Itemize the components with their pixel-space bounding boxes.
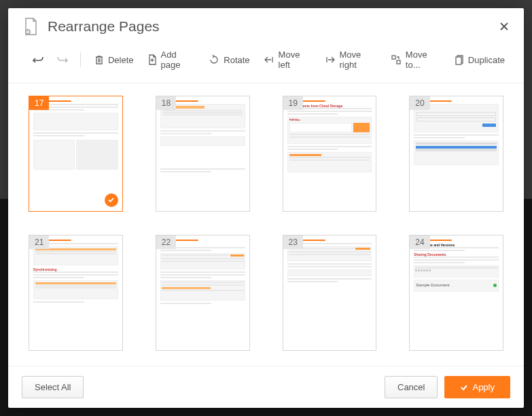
- trash-icon: [94, 54, 104, 65]
- page-thumbnail[interactable]: 22 …: [156, 235, 250, 351]
- page-number: 17: [29, 96, 49, 110]
- duplicate-button[interactable]: Duplicate: [449, 51, 510, 69]
- move-left-label: Move left: [279, 50, 311, 70]
- page-number: 21: [29, 235, 49, 249]
- page-number: 20: [410, 96, 429, 110]
- page-preview: [33, 100, 118, 207]
- page-number: 23: [283, 235, 303, 249]
- delete-label: Delete: [108, 55, 134, 65]
- page-thumbnail[interactable]: 19 … Documents from Cloud Storage PDFfil…: [283, 96, 377, 212]
- svg-rect-3: [397, 60, 400, 64]
- undo-button[interactable]: [29, 51, 49, 69]
- page-thumbnail[interactable]: 24 Collaborate and Versions Sharing Docu…: [409, 235, 503, 351]
- page-thumbnail[interactable]: 17: [29, 96, 123, 212]
- toolbar: Delete Add page Rotate Move left Move ri: [8, 42, 524, 83]
- add-page-label: Add page: [161, 50, 196, 70]
- page-preview: Google: [414, 100, 499, 207]
- duplicate-icon: [455, 54, 464, 65]
- redo-button[interactable]: [52, 51, 72, 69]
- svg-rect-4: [456, 57, 461, 64]
- page-grid: 17 18: [29, 96, 503, 366]
- select-all-button[interactable]: Select All: [22, 376, 84, 398]
- toolbar-divider: [80, 52, 81, 67]
- page-preview: Collaborate and Versions Sharing Documen…: [414, 240, 499, 346]
- page-thumbnail[interactable]: 20 Google: [409, 96, 503, 212]
- page-preview: … Documents from Cloud Storage PDFfiller: [287, 100, 372, 207]
- page-thumbnail[interactable]: 21 Synchronizing: [29, 235, 123, 351]
- page-preview: Synchronizing: [33, 240, 118, 346]
- move-left-button[interactable]: Move left: [258, 46, 317, 73]
- page-number: 19: [283, 96, 303, 110]
- page-thumbnail[interactable]: 23: [283, 235, 377, 351]
- rotate-icon: [209, 54, 219, 65]
- page-thumbnail[interactable]: 18: [156, 96, 250, 212]
- page-grid-scroll[interactable]: 17 18: [8, 83, 524, 366]
- add-page-icon: [147, 54, 157, 65]
- page-preview: [287, 240, 372, 346]
- modal-title: Rearrange Pages: [48, 18, 497, 35]
- move-to-button[interactable]: Move to...: [385, 46, 446, 73]
- apply-button[interactable]: Apply: [444, 376, 510, 398]
- add-page-button[interactable]: Add page: [142, 46, 201, 73]
- svg-rect-2: [392, 56, 395, 59]
- page-preview: …: [160, 240, 245, 346]
- rearrange-pages-modal: Rearrange Pages Delete Add page: [8, 8, 524, 408]
- move-to-icon: [391, 54, 402, 65]
- svg-point-1: [27, 31, 29, 33]
- move-right-button[interactable]: Move right: [319, 46, 383, 73]
- delete-button[interactable]: Delete: [89, 51, 139, 69]
- close-button[interactable]: [497, 19, 512, 34]
- cancel-button[interactable]: Cancel: [385, 376, 438, 398]
- page-preview: [160, 100, 245, 207]
- modal-header: Rearrange Pages: [8, 8, 524, 42]
- page-number: 24: [410, 235, 429, 249]
- move-right-label: Move right: [340, 50, 377, 70]
- move-to-label: Move to...: [406, 50, 441, 70]
- modal-footer: Select All Cancel Apply: [8, 366, 524, 408]
- page-number: 22: [156, 235, 176, 249]
- check-icon: [460, 383, 468, 392]
- selected-check-icon: [105, 193, 118, 207]
- rotate-button[interactable]: Rotate: [203, 51, 255, 69]
- page-number: 18: [156, 96, 176, 110]
- apply-label: Apply: [472, 382, 495, 392]
- move-left-icon: [264, 55, 274, 64]
- rotate-label: Rotate: [224, 55, 249, 65]
- document-gear-icon: [22, 18, 39, 35]
- move-right-icon: [325, 55, 336, 64]
- duplicate-label: Duplicate: [468, 55, 505, 65]
